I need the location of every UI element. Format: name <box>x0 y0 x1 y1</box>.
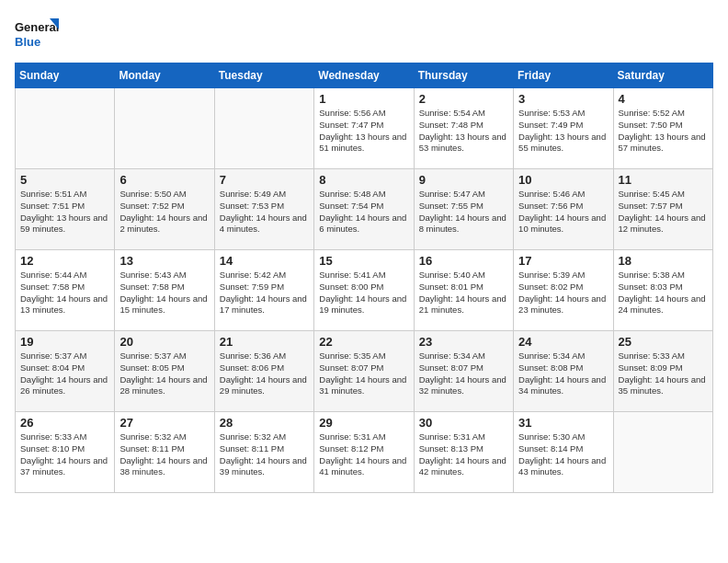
page-header: General Blue <box>15 15 713 55</box>
day-number: 6 <box>119 173 209 187</box>
day-number: 13 <box>119 254 209 268</box>
day-number: 1 <box>319 92 408 106</box>
day-number: 14 <box>220 254 309 268</box>
weekday-header-sunday: Sunday <box>16 63 115 88</box>
cell-info: Sunrise: 5:41 AM Sunset: 8:00 PM Dayligh… <box>319 270 408 316</box>
day-number: 24 <box>518 335 608 349</box>
cell-info: Sunrise: 5:32 AM Sunset: 8:11 PM Dayligh… <box>220 431 309 478</box>
cell-info: Sunrise: 5:50 AM Sunset: 7:52 PM Dayligh… <box>119 189 209 236</box>
calendar-cell: 4Sunrise: 5:52 AM Sunset: 7:50 PM Daylig… <box>613 88 712 169</box>
calendar-cell: 6Sunrise: 5:50 AM Sunset: 7:52 PM Daylig… <box>115 169 214 250</box>
calendar-cell: 12Sunrise: 5:44 AM Sunset: 7:58 PM Dayli… <box>16 250 115 331</box>
day-number: 16 <box>419 254 508 268</box>
cell-info: Sunrise: 5:42 AM Sunset: 7:59 PM Dayligh… <box>220 270 309 316</box>
cell-info: Sunrise: 5:35 AM Sunset: 8:07 PM Dayligh… <box>319 350 408 397</box>
weekday-header-thursday: Thursday <box>414 63 513 88</box>
cell-info: Sunrise: 5:37 AM Sunset: 8:04 PM Dayligh… <box>20 350 109 397</box>
calendar-cell: 24Sunrise: 5:34 AM Sunset: 8:08 PM Dayli… <box>514 331 613 412</box>
day-number: 22 <box>319 335 408 349</box>
day-number: 9 <box>419 173 508 187</box>
calendar-cell <box>613 412 712 493</box>
calendar-cell: 23Sunrise: 5:34 AM Sunset: 8:07 PM Dayli… <box>414 331 513 412</box>
day-number: 5 <box>20 173 109 187</box>
weekday-header-saturday: Saturday <box>613 63 712 88</box>
cell-info: Sunrise: 5:31 AM Sunset: 8:12 PM Dayligh… <box>319 431 408 478</box>
cell-info: Sunrise: 5:39 AM Sunset: 8:02 PM Dayligh… <box>518 270 608 316</box>
calendar-cell <box>115 88 214 169</box>
calendar-cell: 1Sunrise: 5:56 AM Sunset: 7:47 PM Daylig… <box>314 88 414 169</box>
weekday-header-friday: Friday <box>514 63 613 88</box>
cell-info: Sunrise: 5:49 AM Sunset: 7:53 PM Dayligh… <box>220 189 309 236</box>
day-number: 27 <box>119 416 209 430</box>
calendar-cell: 28Sunrise: 5:32 AM Sunset: 8:11 PM Dayli… <box>214 412 313 493</box>
day-number: 7 <box>220 173 309 187</box>
calendar-cell <box>214 88 313 169</box>
day-number: 12 <box>20 254 109 268</box>
calendar-cell: 30Sunrise: 5:31 AM Sunset: 8:13 PM Dayli… <box>414 412 513 493</box>
calendar-table: SundayMondayTuesdayWednesdayThursdayFrid… <box>15 63 713 493</box>
day-number: 20 <box>119 335 209 349</box>
calendar-cell <box>16 88 115 169</box>
calendar-cell: 26Sunrise: 5:33 AM Sunset: 8:10 PM Dayli… <box>16 412 115 493</box>
day-number: 19 <box>20 335 109 349</box>
day-number: 17 <box>518 254 608 268</box>
cell-info: Sunrise: 5:31 AM Sunset: 8:13 PM Dayligh… <box>419 431 508 478</box>
cell-info: Sunrise: 5:34 AM Sunset: 8:07 PM Dayligh… <box>419 350 508 397</box>
cell-info: Sunrise: 5:38 AM Sunset: 8:03 PM Dayligh… <box>619 270 708 316</box>
calendar-cell: 5Sunrise: 5:51 AM Sunset: 7:51 PM Daylig… <box>16 169 115 250</box>
day-number: 26 <box>20 416 109 430</box>
day-number: 28 <box>220 416 309 430</box>
calendar-cell: 31Sunrise: 5:30 AM Sunset: 8:14 PM Dayli… <box>514 412 613 493</box>
calendar-cell: 19Sunrise: 5:37 AM Sunset: 8:04 PM Dayli… <box>16 331 115 412</box>
calendar-cell: 8Sunrise: 5:48 AM Sunset: 7:54 PM Daylig… <box>314 169 414 250</box>
cell-info: Sunrise: 5:47 AM Sunset: 7:55 PM Dayligh… <box>419 189 508 236</box>
cell-info: Sunrise: 5:53 AM Sunset: 7:49 PM Dayligh… <box>518 108 608 155</box>
calendar-cell: 13Sunrise: 5:43 AM Sunset: 7:58 PM Dayli… <box>115 250 214 331</box>
cell-info: Sunrise: 5:43 AM Sunset: 7:58 PM Dayligh… <box>119 270 209 316</box>
cell-info: Sunrise: 5:46 AM Sunset: 7:56 PM Dayligh… <box>518 189 608 236</box>
calendar-cell: 3Sunrise: 5:53 AM Sunset: 7:49 PM Daylig… <box>514 88 613 169</box>
day-number: 29 <box>319 416 408 430</box>
cell-info: Sunrise: 5:45 AM Sunset: 7:57 PM Dayligh… <box>619 189 708 236</box>
day-number: 31 <box>518 416 608 430</box>
day-number: 2 <box>419 92 508 106</box>
week-row-2: 5Sunrise: 5:51 AM Sunset: 7:51 PM Daylig… <box>16 169 713 250</box>
calendar-cell: 17Sunrise: 5:39 AM Sunset: 8:02 PM Dayli… <box>514 250 613 331</box>
calendar-cell: 22Sunrise: 5:35 AM Sunset: 8:07 PM Dayli… <box>314 331 414 412</box>
day-number: 3 <box>518 92 608 106</box>
calendar-cell: 16Sunrise: 5:40 AM Sunset: 8:01 PM Dayli… <box>414 250 513 331</box>
day-number: 8 <box>319 173 408 187</box>
cell-info: Sunrise: 5:30 AM Sunset: 8:14 PM Dayligh… <box>518 431 608 478</box>
day-number: 25 <box>619 335 708 349</box>
calendar-cell: 2Sunrise: 5:54 AM Sunset: 7:48 PM Daylig… <box>414 88 513 169</box>
cell-info: Sunrise: 5:48 AM Sunset: 7:54 PM Dayligh… <box>319 189 408 236</box>
weekday-header-tuesday: Tuesday <box>214 63 313 88</box>
cell-info: Sunrise: 5:32 AM Sunset: 8:11 PM Dayligh… <box>119 431 209 478</box>
day-number: 23 <box>419 335 508 349</box>
cell-info: Sunrise: 5:40 AM Sunset: 8:01 PM Dayligh… <box>419 270 508 316</box>
cell-info: Sunrise: 5:36 AM Sunset: 8:06 PM Dayligh… <box>220 350 309 397</box>
weekday-header-wednesday: Wednesday <box>314 63 414 88</box>
calendar-cell: 20Sunrise: 5:37 AM Sunset: 8:05 PM Dayli… <box>115 331 214 412</box>
calendar-cell: 29Sunrise: 5:31 AM Sunset: 8:12 PM Dayli… <box>314 412 414 493</box>
cell-info: Sunrise: 5:33 AM Sunset: 8:09 PM Dayligh… <box>619 350 708 397</box>
svg-text:Blue: Blue <box>15 35 40 49</box>
week-row-3: 12Sunrise: 5:44 AM Sunset: 7:58 PM Dayli… <box>16 250 713 331</box>
calendar-cell: 27Sunrise: 5:32 AM Sunset: 8:11 PM Dayli… <box>115 412 214 493</box>
calendar-cell: 15Sunrise: 5:41 AM Sunset: 8:00 PM Dayli… <box>314 250 414 331</box>
cell-info: Sunrise: 5:54 AM Sunset: 7:48 PM Dayligh… <box>419 108 508 155</box>
logo: General Blue <box>15 15 61 55</box>
svg-text:General: General <box>15 20 59 34</box>
calendar-cell: 25Sunrise: 5:33 AM Sunset: 8:09 PM Dayli… <box>613 331 712 412</box>
week-row-4: 19Sunrise: 5:37 AM Sunset: 8:04 PM Dayli… <box>16 331 713 412</box>
cell-info: Sunrise: 5:37 AM Sunset: 8:05 PM Dayligh… <box>119 350 209 397</box>
calendar-cell: 21Sunrise: 5:36 AM Sunset: 8:06 PM Dayli… <box>214 331 313 412</box>
day-number: 10 <box>518 173 608 187</box>
cell-info: Sunrise: 5:51 AM Sunset: 7:51 PM Dayligh… <box>20 189 109 236</box>
day-number: 4 <box>619 92 708 106</box>
week-row-1: 1Sunrise: 5:56 AM Sunset: 7:47 PM Daylig… <box>16 88 713 169</box>
weekday-header-monday: Monday <box>115 63 214 88</box>
day-number: 21 <box>220 335 309 349</box>
day-number: 30 <box>419 416 508 430</box>
cell-info: Sunrise: 5:34 AM Sunset: 8:08 PM Dayligh… <box>518 350 608 397</box>
